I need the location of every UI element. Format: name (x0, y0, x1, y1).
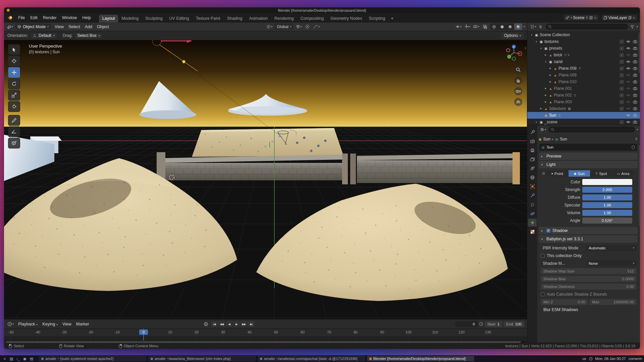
next-keyframe-button[interactable]: ▶▶ (240, 321, 247, 327)
disable-render-toggle[interactable] (633, 60, 637, 63)
expand-arrow[interactable]: ▶ (544, 101, 547, 103)
expand-arrow[interactable]: ▶ (549, 74, 552, 76)
outliner-display-mode-icon[interactable] (538, 24, 544, 29)
angle-field[interactable]: 0.526° (582, 218, 632, 224)
viewlayer-selector[interactable]: ViewLayer × (601, 14, 637, 21)
properties-search-input[interactable] (556, 128, 633, 132)
expand-arrow[interactable]: ▼ (530, 34, 533, 36)
timeline-scrollbar-handle[interactable] (6, 341, 521, 343)
tab-tool[interactable] (528, 128, 537, 136)
exclude-checkbox[interactable]: ✓ (620, 120, 624, 124)
frame-end-field[interactable]: End100 (503, 321, 524, 327)
outliner-row[interactable]: ▶ ▲ Plane.002 ◇ ✓ (527, 92, 640, 99)
disable-render-toggle[interactable] (633, 80, 637, 83)
exclude-checkbox[interactable]: ✓ (620, 80, 624, 84)
shadow-mode-dropdown[interactable]: None▾ (586, 260, 637, 266)
exclude-checkbox[interactable]: ✓ (620, 107, 624, 111)
outliner-editor-type-icon[interactable]: ▾ (529, 24, 537, 29)
disable-render-toggle[interactable] (633, 53, 637, 57)
outliner-item-label[interactable]: Plane.003 (554, 100, 572, 104)
viewport-menu-item[interactable]: View (52, 23, 66, 30)
camera-view-icon[interactable] (514, 87, 522, 95)
outliner-search-input[interactable] (553, 25, 626, 29)
corner-widget[interactable]: cornerm (629, 357, 642, 361)
snap-magnet-icon[interactable]: ▾ (295, 24, 303, 29)
disable-render-toggle[interactable] (633, 114, 637, 117)
gizmos-toggle[interactable]: ▾ (464, 24, 471, 29)
diffuse-slider[interactable]: 1.00 (582, 194, 632, 200)
light-name-field[interactable]: ◎ Sun (539, 144, 637, 150)
object-types-visibility-dropdown[interactable]: ▾ (455, 24, 462, 29)
outliner-item-label[interactable]: Scene Collection (540, 33, 570, 37)
jump-to-start-button[interactable]: |◀ (211, 321, 218, 327)
remove-viewlayer-icon[interactable]: × (633, 16, 635, 20)
menu-item[interactable]: Help (79, 14, 94, 21)
transform-tool-button[interactable] (8, 101, 20, 112)
workspace-tab[interactable]: Modeling (118, 15, 142, 22)
clock[interactable]: Mon, 06 Jan 00:27 (595, 357, 626, 361)
outliner-item-label[interactable]: brick (554, 53, 562, 57)
playhead-badge[interactable]: 0 (139, 329, 148, 335)
editor-type-selector[interactable]: ▾ (6, 24, 14, 29)
disable-render-toggle[interactable] (633, 120, 637, 124)
filter-funnel-icon[interactable] (630, 24, 635, 29)
transform-pivot-icon[interactable]: ▾ (266, 24, 273, 29)
light-type-button[interactable]: ●Point (546, 170, 568, 177)
exclude-checkbox[interactable]: ✓ (620, 100, 624, 104)
animate-dot[interactable] (634, 188, 637, 191)
outliner-item-label[interactable]: Plane.001 (554, 86, 572, 91)
pin-id-icon[interactable] (635, 137, 638, 141)
timeline-scrollbar[interactable] (5, 341, 526, 343)
outliner-item-label[interactable]: sand (554, 59, 562, 64)
outliner-item-label[interactable]: Plane.009 (558, 73, 577, 77)
outliner-item-label[interactable]: Plane.008 (558, 66, 577, 71)
volume-slider[interactable]: 1.00 (582, 210, 632, 216)
tab-world[interactable] (528, 173, 537, 181)
shadow-checkbox[interactable]: ✓ (546, 229, 550, 233)
exclude-checkbox[interactable]: ✓ (620, 94, 624, 97)
strength-slider[interactable]: 2.000 (582, 187, 632, 193)
exclude-checkbox[interactable]: ✓ (620, 47, 624, 50)
pan-hand-icon[interactable] (514, 76, 522, 84)
timeline-menu-item[interactable]: Playback ▾ (16, 321, 40, 327)
jump-to-end-button[interactable]: ▶| (248, 321, 255, 327)
outliner-row[interactable]: ◉ Sun ◎ ✓ (527, 112, 640, 119)
shadow-darkness-field[interactable]: Shadow Darkness0.00 (541, 284, 637, 290)
new-scene-icon[interactable] (589, 16, 593, 19)
panel-shadow[interactable]: ▸ ✓ Shadow (539, 227, 638, 234)
terminal-icon[interactable]: ›_ (15, 356, 21, 361)
animate-dot[interactable] (634, 212, 637, 214)
tab-object-data-light[interactable] (528, 219, 537, 227)
hide-viewport-toggle[interactable] (626, 114, 631, 117)
tab-modifiers[interactable] (528, 191, 537, 199)
exclude-checkbox[interactable]: ✓ (620, 60, 624, 64)
hide-viewport-toggle[interactable] (626, 53, 631, 57)
auto-calc-z-bounds-checkbox[interactable] (541, 292, 545, 296)
viewport-menu-item[interactable]: Object (95, 23, 111, 30)
this-collection-only-checkbox[interactable] (541, 254, 545, 258)
move-tool-button[interactable] (8, 67, 20, 78)
disable-render-toggle[interactable] (633, 67, 637, 70)
workspace-tab[interactable]: UV Editing (166, 15, 193, 22)
expand-arrow[interactable]: ▶ (539, 107, 543, 110)
play-button[interactable]: ▶ (233, 321, 240, 327)
annotate-tool-button[interactable] (8, 115, 20, 126)
expand-arrow[interactable]: ▼ (544, 61, 547, 63)
shadow-bias-field[interactable]: Shadow Bias0.0000 (541, 276, 637, 282)
outliner-row[interactable]: ▶ ▲ Plane.010 ✓ (527, 78, 640, 85)
workspace-tab[interactable]: Rendering (271, 15, 297, 22)
exclude-checkbox[interactable]: ✓ (620, 53, 624, 57)
unlink-scene-icon[interactable]: × (594, 16, 596, 20)
workspace-tab[interactable]: Layout (99, 15, 118, 22)
falloff-curve-icon[interactable]: ▾ (313, 24, 320, 29)
orientation-dropdown[interactable]: Default▾ (30, 33, 57, 39)
navigation-gizmo[interactable]: Z X (504, 43, 524, 62)
shadow-map-size-field[interactable]: Shadow Map Size512 (541, 268, 637, 274)
hide-viewport-toggle[interactable] (626, 94, 631, 97)
expand-arrow[interactable]: ▶ (549, 80, 552, 83)
outliner-item-label[interactable]: Sun (549, 113, 556, 118)
animate-dot[interactable] (634, 196, 637, 198)
outliner-item-label[interactable]: Plane.002 (554, 93, 572, 98)
taskbar-window-button[interactable]: amalie ~/analiestar.com/ajaxchat [date -… (258, 356, 365, 361)
workspace-tab[interactable]: Sculpting (142, 15, 166, 22)
